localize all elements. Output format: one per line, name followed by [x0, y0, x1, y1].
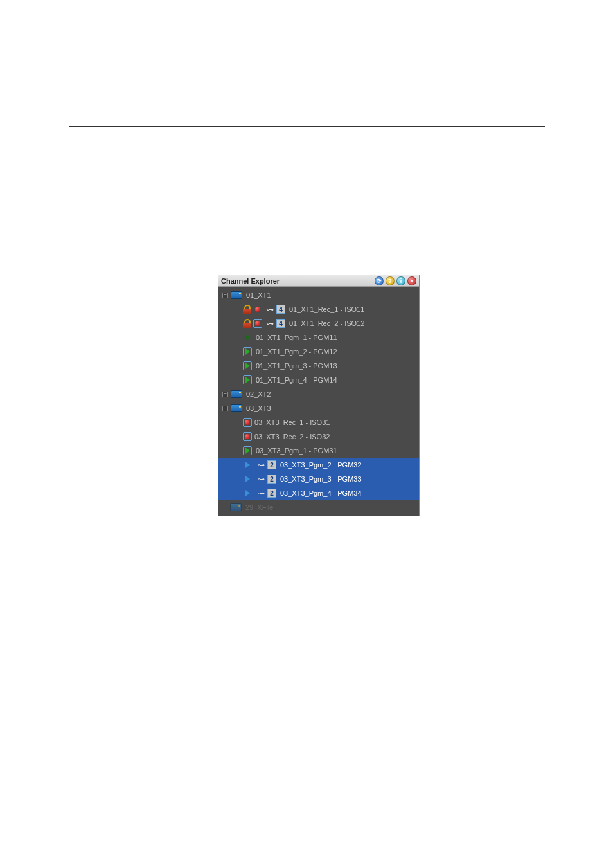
lock-icon: [243, 305, 251, 314]
lock-icon: [243, 319, 251, 328]
channel-tree: − 01_XT1 ⊶ 4 01_XT1_Rec_1 - ISO11 ⊶ 4 01…: [218, 287, 419, 516]
link-icon: ⊶: [256, 462, 266, 468]
play-icon: [243, 375, 252, 384]
horizontal-rule: [69, 826, 108, 826]
channel-node[interactable]: 03_XT3_Rec_1 - ISO31: [218, 415, 419, 429]
channel-node[interactable]: 01_XT1_Pgm_2 - PGM12: [218, 345, 419, 359]
server-node[interactable]: − 01_XT1: [218, 288, 419, 302]
server-icon: [230, 503, 242, 511]
channel-label: 03_XT3_Pgm_1 - PGM31: [256, 447, 337, 455]
channel-node[interactable]: ⊶ 2 03_XT3_Pgm_2 - PGM32: [218, 458, 419, 472]
channel-node[interactable]: ⊶ 4 01_XT1_Rec_2 - ISO12: [218, 316, 419, 330]
channel-label: 03_XT3_Rec_2 - ISO32: [254, 433, 330, 440]
panel-titlebar: Channel Explorer ⟳ ? i ×: [218, 275, 419, 287]
play-icon: [243, 475, 252, 484]
link-icon: ⊶: [265, 306, 275, 312]
expand-icon[interactable]: −: [222, 392, 228, 397]
panel-button-help-icon[interactable]: ?: [386, 276, 395, 285]
server-label: 03_XT3: [246, 404, 271, 412]
play-icon: [243, 361, 252, 370]
channel-node[interactable]: 01_XT1_Pgm_4 - PGM14: [218, 373, 419, 387]
channel-label: 01_XT1_Pgm_2 - PGM12: [256, 348, 337, 356]
channel-node[interactable]: ⊶ 2 03_XT3_Pgm_4 - PGM34: [218, 486, 419, 500]
server-icon: [231, 390, 242, 398]
server-label: 02_XT2: [246, 390, 271, 398]
server-node[interactable]: − 03_XT3: [218, 401, 419, 415]
channel-node[interactable]: ⊶ 2 03_XT3_Pgm_3 - PGM33: [218, 472, 419, 486]
server-icon: [231, 404, 242, 412]
server-label: 29_XFile: [245, 503, 273, 511]
play-icon: [243, 347, 252, 356]
gang-count-badge: 2: [267, 489, 276, 498]
record-icon: [253, 319, 262, 328]
link-icon: ⊶: [256, 476, 266, 482]
channel-node[interactable]: 03_XT3_Pgm_1 - PGM31: [218, 444, 419, 458]
channel-label: 01_XT1_Pgm_4 - PGM14: [256, 376, 337, 384]
channel-label: 03_XT3_Pgm_2 - PGM32: [280, 461, 362, 469]
play-icon: [243, 333, 252, 342]
channel-node[interactable]: 01_XT1_Pgm_3 - PGM13: [218, 359, 419, 373]
channel-node[interactable]: 01_XT1_Pgm_1 - PGM11: [218, 330, 419, 345]
panel-button-close-icon[interactable]: ×: [407, 276, 416, 285]
channel-label: 01_XT1_Rec_1 - ISO11: [289, 305, 364, 313]
gang-count-badge: 2: [267, 475, 276, 484]
channel-explorer-panel: Channel Explorer ⟳ ? i × − 01_XT1 ⊶ 4 01…: [218, 275, 420, 516]
play-icon: [243, 489, 252, 498]
server-label: 01_XT1: [246, 291, 271, 299]
server-icon: [231, 291, 242, 299]
collapse-icon[interactable]: −: [222, 293, 228, 298]
record-icon: [243, 418, 252, 427]
record-icon: [253, 305, 262, 314]
play-icon: [243, 460, 252, 469]
collapse-icon[interactable]: −: [222, 406, 228, 411]
horizontal-rule: [69, 39, 108, 39]
channel-label: 03_XT3_Pgm_4 - PGM34: [280, 489, 362, 497]
gang-count-badge: 2: [267, 460, 276, 469]
channel-node[interactable]: 03_XT3_Rec_2 - ISO32: [218, 429, 419, 444]
panel-button-refresh-icon[interactable]: ⟳: [375, 276, 384, 285]
channel-label: 01_XT1_Pgm_1 - PGM11: [256, 334, 337, 341]
gang-count-badge: 4: [276, 319, 285, 328]
link-icon: ⊶: [265, 320, 275, 327]
link-icon: ⊶: [256, 490, 266, 496]
play-icon: [243, 446, 252, 455]
server-node-disabled[interactable]: 29_XFile: [218, 500, 419, 514]
horizontal-rule: [69, 126, 545, 127]
record-icon: [243, 432, 252, 441]
panel-button-info-icon[interactable]: i: [396, 276, 405, 285]
channel-label: 03_XT3_Pgm_3 - PGM33: [280, 475, 362, 483]
channel-label: 03_XT3_Rec_1 - ISO31: [254, 419, 330, 426]
channel-label: 01_XT1_Rec_2 - ISO12: [289, 320, 364, 327]
gang-count-badge: 4: [276, 305, 285, 314]
channel-node[interactable]: ⊶ 4 01_XT1_Rec_1 - ISO11: [218, 302, 419, 316]
server-node[interactable]: − 02_XT2: [218, 387, 419, 401]
panel-title: Channel Explorer: [221, 277, 373, 285]
channel-label: 01_XT1_Pgm_3 - PGM13: [256, 362, 337, 370]
